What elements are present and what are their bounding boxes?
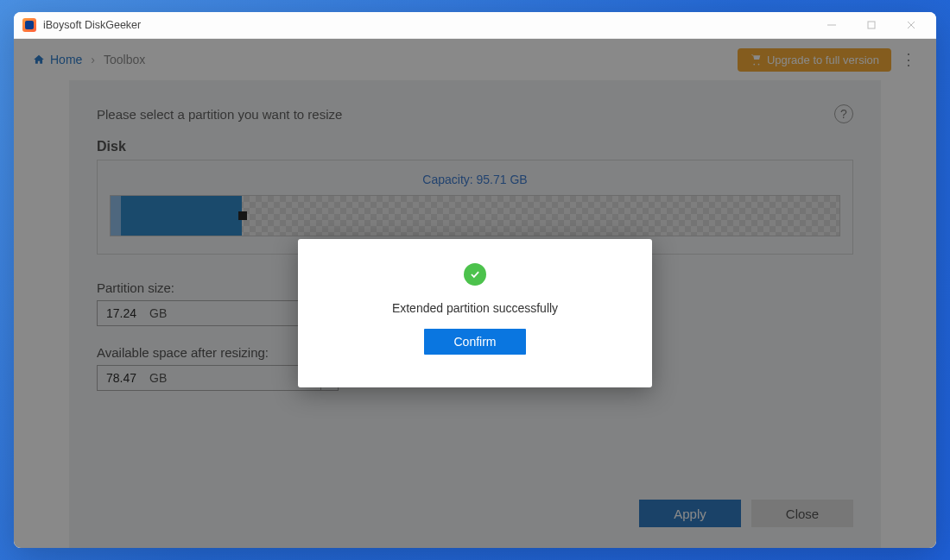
success-modal: Extended partition successfully Confirm xyxy=(298,239,652,387)
app-body: Home › Toolbox Upgrade to full version ⋮… xyxy=(14,39,936,548)
maximize-icon xyxy=(867,21,876,29)
close-icon xyxy=(907,21,915,29)
success-icon xyxy=(464,263,486,286)
app-window: iBoysoft DiskGeeker Home › Toolbox Upgra… xyxy=(14,12,936,548)
minimize-icon xyxy=(827,21,836,29)
close-window-button[interactable] xyxy=(891,12,931,39)
svg-rect-0 xyxy=(868,22,875,28)
minimize-button[interactable] xyxy=(812,12,852,39)
app-logo-icon xyxy=(22,18,36,32)
titlebar: iBoysoft DiskGeeker xyxy=(14,12,936,39)
window-title: iBoysoft DiskGeeker xyxy=(43,19,141,31)
modal-message: Extended partition successfully xyxy=(392,301,558,315)
confirm-button-label: Confirm xyxy=(453,335,496,349)
confirm-button[interactable]: Confirm xyxy=(424,329,526,355)
maximize-button[interactable] xyxy=(852,12,891,39)
